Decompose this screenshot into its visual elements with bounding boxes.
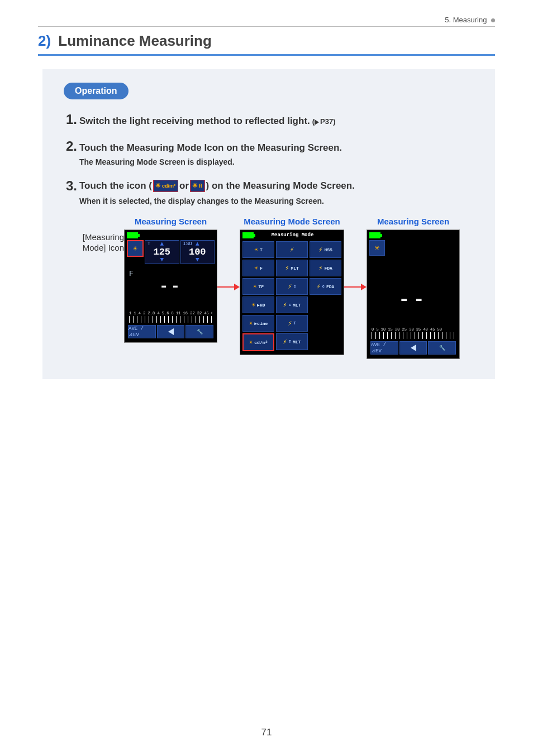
operation-pill: Operation: [64, 83, 129, 99]
step-subtext: The Measuring Mode Screen is displayed.: [79, 157, 478, 168]
battery-icon: [127, 232, 138, 238]
flash-icon: ⚡: [288, 283, 292, 291]
mode-button[interactable]: ⚡TMLT: [276, 333, 308, 350]
mode-button[interactable]: ⚡FDA: [310, 260, 341, 276]
t-param[interactable]: T ▲ 125 ▼: [145, 240, 179, 264]
iso-param[interactable]: ISO ▲ 100 ▼: [180, 240, 215, 264]
breadcrumb-dot-icon: [491, 18, 495, 22]
screen-topbar: [125, 230, 217, 240]
section-title-text: Luminance Measuring: [58, 32, 212, 49]
t-value: 125: [153, 247, 170, 257]
screen-caption: Measuring Mode Screen: [244, 217, 340, 226]
mode-label: cd/m²: [254, 340, 268, 345]
arrow-right-icon: [361, 284, 367, 290]
screen-topbar: Measuring Mode: [240, 230, 344, 240]
flash-icon: ⚡: [283, 338, 287, 346]
screen-2-column: Measuring Mode Screen Measuring Mode ☀T⚡…: [240, 217, 344, 355]
mode-button[interactable]: ☀▶cine: [242, 315, 274, 332]
flash-icon: ⚡: [290, 246, 294, 254]
chevron-down-icon: ▼: [160, 257, 164, 263]
cdm2-icon: ☀cd/m²: [153, 180, 178, 192]
section-number: 2): [38, 32, 51, 49]
sun-icon: ☀: [192, 182, 198, 189]
step-text-pre: Touch the icon (: [79, 179, 152, 193]
step-number: 3.: [59, 178, 77, 194]
mode-button[interactable]: ⚡cMLT: [276, 296, 308, 313]
flash-icon: ⚡: [288, 319, 292, 328]
battery-icon: [242, 232, 254, 238]
scale-ticks: [372, 332, 455, 339]
measuring-mode-callout: [Measuring Mode] Icon: [59, 232, 124, 253]
measuring-mode-icon-button[interactable]: ☀: [127, 240, 144, 257]
ave-ev-button[interactable]: AVE / ⊿EV: [370, 341, 398, 355]
sun-icon: ☀: [251, 302, 255, 309]
step-subtext: When it is selected, the display changes…: [79, 196, 478, 207]
flash-icon: ⚡: [318, 246, 322, 254]
scale-numbers: 1 1.4 2 2.8 4 5.6 8 11 16 22 32 45 64 90: [129, 311, 212, 315]
iso-label: ISO: [183, 241, 192, 247]
sun-icon: ☀: [253, 283, 257, 290]
measuring-mode-icon-button[interactable]: ☀: [369, 240, 385, 256]
mode-button[interactable]: ☀F: [242, 260, 274, 276]
mode-subscript: c: [294, 284, 296, 289]
back-button[interactable]: [399, 341, 427, 355]
screen-3-column: Measuring Screen ☀ -- 0 5 10 15 2: [367, 217, 460, 359]
sun-icon: ☀: [155, 182, 161, 189]
step-number: 1.: [59, 112, 77, 127]
mode-label: F: [260, 266, 263, 271]
mode-button[interactable]: ☀TF: [242, 278, 274, 295]
sun-icon: ☀: [254, 265, 258, 272]
mode-button[interactable]: ☀T: [242, 241, 274, 258]
mode-label: T: [260, 247, 263, 252]
mode-button[interactable]: ⚡MLT: [276, 260, 308, 276]
breadcrumb-num: 5.: [445, 16, 451, 24]
mode-label: MLT: [293, 303, 301, 308]
mode-subscript: c: [322, 284, 325, 289]
mode-label: ▶cine: [254, 321, 268, 326]
screen-topbar: [367, 230, 459, 240]
screens-row: [Measuring Mode] Icon Measuring Screen ☀: [59, 217, 478, 359]
mode-label: ▶HD: [257, 303, 265, 308]
mode-label: HSS: [324, 247, 332, 252]
section-title-underline: [38, 54, 495, 56]
scale-ticks: [129, 316, 212, 323]
screen-title: Measuring Mode: [272, 232, 314, 238]
sun-icon: ☀: [249, 339, 253, 346]
arrow-connector: [344, 284, 367, 290]
mode-label: FDA: [326, 284, 334, 289]
content-block: Operation 1. Switch the light receiving …: [42, 69, 495, 379]
mode-button[interactable]: ⚡cFDA: [310, 278, 341, 295]
ref-arrow-icon: [315, 119, 319, 125]
wrench-icon: 🔧: [197, 329, 203, 335]
ave-ev-button[interactable]: AVE / ⊿EV: [128, 325, 156, 338]
settings-button[interactable]: 🔧: [428, 341, 456, 355]
page-number: 71: [0, 727, 533, 738]
measuring-mode-screen: Measuring Mode ☀T⚡⚡HSS☀F⚡MLT⚡FDA☀TF⚡c⚡cF…: [240, 229, 344, 355]
triangle-left-icon: [168, 328, 174, 335]
header-divider: [38, 26, 495, 27]
screen-caption: Measuring Screen: [135, 217, 207, 226]
t-label: T: [147, 241, 150, 247]
mode-button[interactable]: ⚡T: [276, 315, 308, 332]
step-text-post: ) on the Measuring Mode Screen.: [206, 179, 355, 193]
wrench-icon: 🔧: [439, 345, 445, 351]
measuring-screen-2: ☀ -- 0 5 10 15 20 25 30 35 40 45 50 AVE …: [367, 229, 460, 359]
flash-icon: ⚡: [318, 264, 322, 272]
mode-button[interactable]: ⚡: [276, 241, 308, 258]
flash-icon: ⚡: [283, 301, 287, 309]
triangle-left-icon: [411, 344, 416, 351]
step-text-mid: or: [179, 179, 189, 193]
mode-button[interactable]: ⚡c: [276, 278, 308, 295]
measuring-screen-1: ☀ T ▲ 125 ▼ ISO ▲ 100 ▼: [124, 229, 217, 343]
chevron-down-icon: ▼: [196, 257, 199, 263]
mode-label: MLT: [291, 266, 298, 271]
step-text: Touch the Measuring Mode Icon on the Mea…: [79, 141, 342, 155]
settings-button[interactable]: 🔧: [185, 325, 213, 338]
back-button[interactable]: [157, 325, 185, 338]
mode-button[interactable]: ⚡HSS: [310, 241, 341, 258]
step-text: Switch the light receiving method to ref…: [79, 114, 310, 128]
mode-button[interactable]: ☀▶HD: [242, 296, 274, 313]
f-value: --: [129, 278, 212, 295]
mode-button-cdm2[interactable]: ☀cd/m²: [242, 333, 274, 351]
step-number: 2.: [59, 138, 77, 154]
